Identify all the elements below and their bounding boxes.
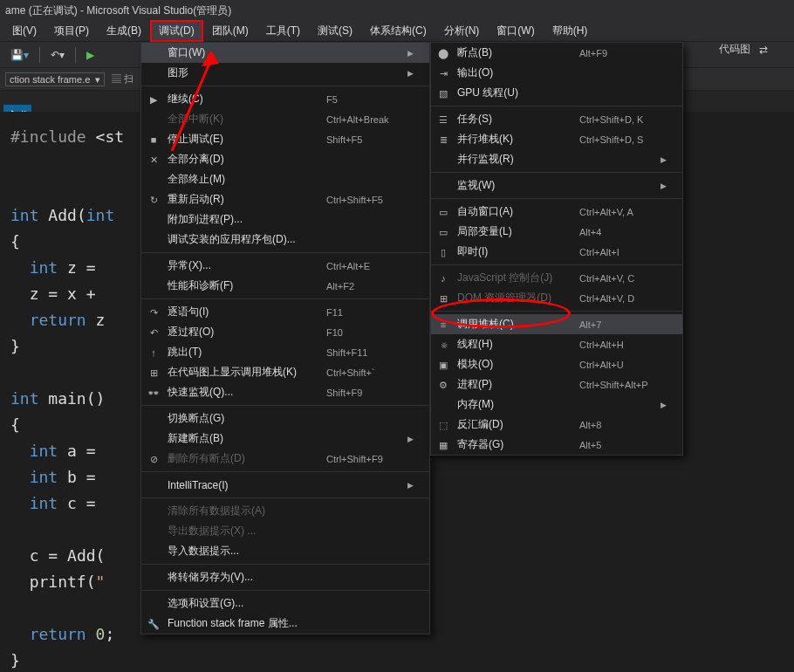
debug-windows-item[interactable]: ☰任务(S)Ctrl+Shift+D, K (431, 109, 682, 129)
menu-item-label: 寄存器(G) (457, 437, 553, 452)
debug-windows-item[interactable]: ⇥输出(O) (431, 63, 682, 83)
menu-window[interactable]: 窗口(W) (488, 20, 543, 42)
debug-menu-item[interactable]: 性能和诊断(F)Alt+F2 (141, 276, 429, 296)
menu-view[interactable]: 图(V) (3, 20, 45, 42)
toggle-icon[interactable]: ⇄ (759, 44, 768, 56)
menu-item-icon: ✕ (147, 153, 161, 167)
menu-item-icon: ♪ (436, 271, 450, 285)
separator (75, 47, 76, 63)
debug-menu-item[interactable]: 附加到进程(P)... (141, 209, 429, 230)
menu-project[interactable]: 项目(P) (45, 20, 98, 42)
debug-menu-item[interactable]: 将转储另存为(V)... (141, 567, 429, 587)
menu-test[interactable]: 测试(S) (309, 20, 361, 42)
toolbar-icon[interactable]: ▤ 扫 (112, 72, 133, 86)
debug-menu-item[interactable]: ✕全部分离(D) (141, 149, 429, 169)
debug-menu-item[interactable]: 👓快速监视(Q)...Shift+F9 (141, 382, 429, 402)
menu-item-icon: ▭ (436, 205, 450, 219)
debug-windows-item[interactable]: ▭自动窗口(A)Ctrl+Alt+V, A (431, 202, 682, 222)
debug-menu-item[interactable]: 调试安装的应用程序包(D)... (141, 230, 429, 250)
debug-windows-item[interactable]: 内存(M)▶ (431, 394, 682, 415)
menu-separator (141, 86, 429, 86)
menu-item-label: IntelliTrace(I) (168, 479, 400, 491)
debug-menu-item[interactable]: ↷逐语句(I)F11 (141, 302, 429, 322)
menu-item-label: 选项和设置(G)... (168, 596, 414, 611)
menu-item-shortcut: Alt+5 (579, 440, 667, 450)
debug-windows-item[interactable]: 监视(W)▶ (431, 175, 682, 195)
debug-windows-item[interactable]: ≣并行堆栈(K)Ctrl+Shift+D, S (431, 129, 682, 149)
submenu-arrow-icon: ▶ (661, 401, 667, 409)
debug-menu-item[interactable]: 新建断点(B)▶ (141, 429, 429, 449)
menu-item-label: 反汇编(D) (457, 417, 553, 432)
debug-windows-item[interactable]: ▯即时(I)Ctrl+Alt+I (431, 242, 682, 262)
menu-item-shortcut: Alt+F9 (579, 48, 667, 58)
menu-separator (431, 106, 682, 106)
debug-windows-item[interactable]: ▣模块(O)Ctrl+Alt+U (431, 354, 682, 374)
debug-menu-item[interactable]: 图形▶ (141, 63, 429, 83)
debug-windows-item[interactable]: ⨳线程(H)Ctrl+Alt+H (431, 334, 682, 354)
menu-help[interactable]: 帮助(H) (544, 20, 597, 42)
debug-windows-item[interactable]: 并行监视(R)▶ (431, 149, 682, 169)
menu-debug[interactable]: 调试(D) (150, 20, 203, 42)
debug-windows-item[interactable]: ▭局部变量(L)Alt+4 (431, 222, 682, 242)
menu-team[interactable]: 团队(M) (203, 20, 257, 42)
debug-menu-item[interactable]: ⊞在代码图上显示调用堆栈(K)Ctrl+Shift+` (141, 362, 429, 382)
debug-windows-item[interactable]: ⬤断点(B)Alt+F9 (431, 43, 682, 63)
debug-menu-item[interactable]: 选项和设置(G)... (141, 593, 429, 614)
menu-separator (141, 298, 429, 299)
menu-item-icon: ⬤ (436, 46, 450, 60)
debug-menu-item[interactable]: IntelliTrace(I)▶ (141, 475, 429, 495)
menu-item-icon: ▦ (436, 438, 450, 452)
menu-item-shortcut: Ctrl+Alt+H (579, 339, 667, 350)
menu-item-label: 并行堆栈(K) (457, 132, 553, 147)
stack-frame-combo[interactable]: ction stack frame.e (5, 72, 105, 86)
debug-windows-item[interactable]: ⚙进程(P)Ctrl+Shift+Alt+P (431, 374, 682, 394)
menu-item-label: 快速监视(Q)... (168, 385, 300, 400)
menu-item-label: 将转储另存为(V)... (168, 570, 414, 585)
debug-menu-item[interactable]: ↶逐过程(O)F10 (141, 322, 429, 342)
debug-menu-item[interactable]: ↻重新启动(R)Ctrl+Shift+F5 (141, 189, 429, 209)
menu-item-label: 窗口(W) (168, 45, 400, 60)
debug-menu-item[interactable]: 异常(X)...Ctrl+Alt+E (141, 256, 429, 276)
menu-item-shortcut: Alt+7 (579, 319, 667, 330)
debug-menu-item[interactable]: ▶继续(C)F5 (141, 89, 429, 109)
undo-button[interactable]: ↶▾ (47, 47, 68, 63)
debug-menu-dropdown: 窗口(W)▶图形▶▶继续(C)F5全部中断(K)Ctrl+Alt+Break■停… (140, 42, 430, 634)
debug-menu-item: ⊘删除所有断点(D)Ctrl+Shift+F9 (141, 449, 429, 469)
menu-item-shortcut: Ctrl+Alt+Break (326, 114, 414, 125)
debug-menu-item[interactable]: ↑跳出(T)Shift+F11 (141, 342, 429, 362)
menu-item-label: 新建断点(B) (168, 431, 400, 446)
menu-item-icon: ↶ (147, 326, 161, 339)
debug-menu-item[interactable]: ■停止调试(E)Shift+F5 (141, 129, 429, 149)
menu-item-label: 输出(O) (457, 65, 667, 80)
menu-build[interactable]: 生成(B) (98, 20, 150, 42)
menu-item-shortcut: Ctrl+Shift+F9 (326, 454, 414, 464)
debug-windows-item[interactable]: ▦寄存器(G)Alt+5 (431, 435, 682, 455)
menu-tools[interactable]: 工具(T) (257, 20, 309, 42)
debug-windows-item[interactable]: ≡调用堆栈(C)Alt+7 (431, 314, 682, 334)
debug-menu-item[interactable]: 切换断点(G) (141, 408, 429, 429)
menu-arch[interactable]: 体系结构(C) (361, 20, 435, 42)
debug-windows-item[interactable]: ⬚反汇编(D)Alt+8 (431, 415, 682, 435)
menu-item-label: 模块(O) (457, 357, 553, 372)
menu-item-label: 线程(H) (457, 337, 553, 352)
debug-menu-item[interactable]: 全部终止(M) (141, 169, 429, 189)
menu-item-shortcut: Shift+F9 (326, 387, 414, 398)
document-tab-active[interactable]: ▶ × (3, 105, 31, 112)
debug-menu-item[interactable]: 窗口(W)▶ (141, 43, 429, 63)
menu-item-label: 性能和诊断(F) (168, 278, 300, 293)
menu-item-shortcut: Ctrl+Alt+V, C (579, 273, 667, 284)
menu-item-shortcut: Ctrl+Shift+D, K (579, 114, 667, 125)
menu-item-label: 附加到进程(P)... (168, 212, 414, 227)
menu-item-shortcut: Alt+4 (579, 227, 667, 237)
debug-windows-item[interactable]: ▧GPU 线程(U) (431, 83, 682, 103)
menu-item-icon: ⚙ (436, 378, 450, 392)
debug-menu-item[interactable]: 导入数据提示... (141, 541, 429, 561)
right-toolbar: 代码图 ⇄ (719, 42, 794, 57)
code-map-button[interactable]: 代码图 (719, 42, 750, 57)
menu-item-shortcut: Ctrl+Shift+F5 (326, 195, 414, 205)
continue-button[interactable]: ▶ (83, 47, 100, 63)
menu-item-label: 重新启动(R) (168, 192, 300, 207)
menu-analyze[interactable]: 分析(N) (435, 20, 489, 42)
save-all-button[interactable]: 💾▾ (7, 47, 32, 63)
debug-menu-item[interactable]: 🔧Function stack frame 属性... (141, 614, 429, 634)
